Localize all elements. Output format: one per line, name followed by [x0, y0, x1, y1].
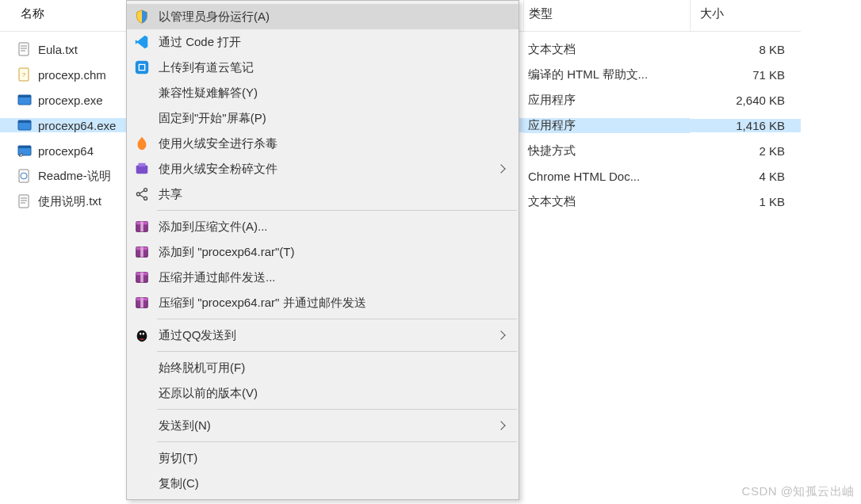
file-row-size[interactable]: 8 KB	[690, 36, 801, 62]
file-type: 编译的 HTML 帮助文...	[523, 67, 690, 82]
menu-item[interactable]: 使用火绒安全粉碎文件	[127, 156, 519, 181]
exe-icon	[17, 118, 32, 132]
chm-icon	[17, 67, 32, 82]
file-name: procexp.exe	[38, 94, 103, 107]
huorong2-icon	[133, 160, 151, 178]
menu-item[interactable]: 通过QQ发送到	[127, 323, 519, 348]
file-size: 1,416 KB	[690, 119, 801, 132]
html-icon	[17, 169, 32, 183]
menu-item[interactable]: 添加到 "procexp64.rar"(T)	[127, 239, 519, 265]
menu-label: 发送到(N)	[159, 418, 490, 433]
file-row-type[interactable]: 文本文档	[523, 189, 690, 214]
youdao-icon	[133, 59, 151, 76]
file-row-size[interactable]: 71 KB	[690, 62, 801, 87]
menu-label: 共享	[159, 187, 504, 202]
txt-icon	[17, 194, 32, 208]
menu-separator	[157, 441, 517, 442]
file-type: 文本文档	[523, 42, 690, 57]
header-type[interactable]: 类型	[523, 0, 690, 31]
huorong-icon	[133, 135, 151, 152]
file-row-size[interactable]: 2 KB	[690, 138, 801, 163]
file-name: 使用说明.txt	[38, 194, 101, 209]
file-size: 71 KB	[690, 68, 801, 82]
file-type: 文本文档	[523, 194, 690, 209]
menu-label: 复制(C)	[159, 476, 504, 491]
rar-icon	[133, 243, 151, 261]
menu-separator	[157, 409, 517, 410]
menu-icon	[133, 475, 151, 492]
menu-item[interactable]: 通过 Code 打开	[127, 29, 519, 55]
menu-label: 以管理员身份运行(A)	[159, 10, 504, 25]
menu-item[interactable]: 上传到有道云笔记	[127, 55, 519, 80]
file-size: 8 KB	[690, 43, 801, 56]
context-menu[interactable]: 以管理员身份运行(A) 通过 Code 打开 上传到有道云笔记 兼容性疑难解答(…	[126, 0, 519, 500]
file-explorer: 名称 Eula.txt procexp.chm procexp.exe proc	[0, 0, 861, 504]
menu-label: 压缩到 "procexp64.rar" 并通过邮件发送	[159, 296, 504, 311]
menu-icon	[133, 109, 151, 127]
rar-icon	[133, 269, 151, 286]
menu-item[interactable]: 始终脱机可用(F)	[127, 355, 519, 380]
menu-separator	[157, 210, 517, 211]
menu-item[interactable]: 还原以前的版本(V)	[127, 380, 519, 406]
menu-label: 添加到压缩文件(A)...	[159, 220, 504, 235]
menu-label: 还原以前的版本(V)	[159, 386, 504, 401]
lnk-icon	[17, 143, 32, 158]
share-icon	[133, 185, 151, 203]
menu-label: 始终脱机可用(F)	[159, 361, 504, 376]
chevron-right-icon	[496, 421, 505, 430]
header-size[interactable]: 大小	[690, 0, 801, 31]
file-name: procexp64	[38, 144, 94, 158]
menu-label: 使用火绒安全进行杀毒	[159, 136, 504, 151]
menu-icon	[133, 84, 151, 101]
menu-icon	[133, 384, 151, 402]
file-row-size[interactable]: 2,640 KB	[690, 87, 801, 113]
menu-separator	[157, 319, 517, 319]
menu-item[interactable]: 复制(C)	[127, 471, 519, 496]
file-type: 应用程序	[523, 118, 690, 133]
file-row-type[interactable]: 应用程序	[523, 113, 690, 138]
file-row-size[interactable]: 4 KB	[690, 163, 801, 189]
chevron-right-icon	[496, 164, 505, 173]
menu-label: 使用火绒安全粉碎文件	[159, 162, 490, 177]
menu-item[interactable]: 压缩到 "procexp64.rar" 并通过邮件发送	[127, 290, 519, 315]
chevron-right-icon	[496, 330, 505, 339]
file-size: 2,640 KB	[690, 94, 801, 107]
file-row-type[interactable]: 应用程序	[523, 87, 690, 113]
file-name: procexp.chm	[38, 68, 106, 82]
file-name: procexp64.exe	[38, 119, 116, 132]
menu-label: 通过QQ发送到	[159, 328, 490, 343]
rar-icon	[133, 218, 151, 235]
menu-item[interactable]: 以管理员身份运行(A)	[127, 4, 519, 29]
file-size: 1 KB	[690, 195, 801, 208]
menu-label: 固定到"开始"屏幕(P)	[159, 111, 504, 126]
menu-item[interactable]: 压缩并通过邮件发送...	[127, 265, 519, 290]
file-row-type[interactable]: 编译的 HTML 帮助文...	[523, 62, 690, 87]
vscode-icon	[133, 33, 151, 51]
qq-icon	[133, 326, 151, 344]
menu-label: 添加到 "procexp64.rar"(T)	[159, 245, 504, 260]
menu-item[interactable]: 固定到"开始"屏幕(P)	[127, 105, 519, 131]
menu-item[interactable]: 使用火绒安全进行杀毒	[127, 131, 519, 156]
file-row-type[interactable]: Chrome HTML Doc...	[523, 163, 690, 189]
menu-icon	[133, 359, 151, 376]
menu-item[interactable]: 添加到压缩文件(A)...	[127, 214, 519, 239]
file-type: 快捷方式	[523, 143, 690, 158]
file-row-size[interactable]: 1,416 KB	[690, 113, 801, 138]
menu-label: 兼容性疑难解答(Y)	[159, 86, 504, 101]
exe-icon	[17, 93, 32, 107]
menu-item[interactable]: 共享	[127, 181, 519, 207]
menu-separator	[157, 351, 517, 352]
menu-item[interactable]: 剪切(T)	[127, 445, 519, 471]
file-size: 2 KB	[690, 144, 801, 158]
menu-item[interactable]: 兼容性疑难解答(Y)	[127, 80, 519, 105]
menu-item[interactable]: 发送到(N)	[127, 413, 519, 438]
file-name: Readme-说明	[38, 169, 111, 184]
txt-icon	[17, 42, 32, 56]
file-row-size[interactable]: 1 KB	[690, 189, 801, 214]
watermark: CSDN @知孤云出岫	[742, 484, 855, 499]
menu-label: 通过 Code 打开	[159, 35, 504, 50]
file-row-type[interactable]: 文本文档	[523, 36, 690, 62]
menu-label: 上传到有道云笔记	[159, 60, 504, 75]
file-row-type[interactable]: 快捷方式	[523, 138, 690, 163]
file-type: Chrome HTML Doc...	[523, 170, 690, 183]
